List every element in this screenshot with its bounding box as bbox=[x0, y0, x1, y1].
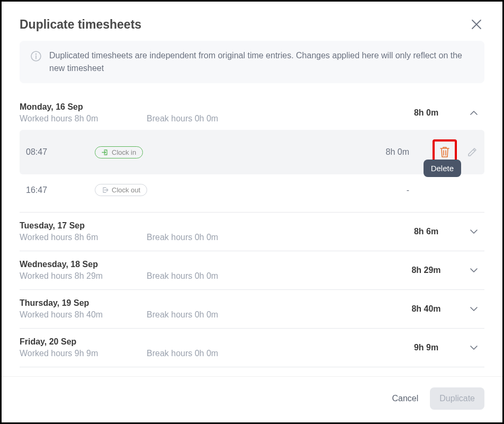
total-hours: 8h 40m bbox=[389, 304, 463, 314]
arrow-out-icon bbox=[102, 187, 109, 193]
entry-time: 08:47 bbox=[26, 147, 95, 157]
info-text: Duplicated timesheets are independent fr… bbox=[49, 49, 474, 75]
duplicate-button[interactable]: Duplicate bbox=[430, 387, 484, 410]
total-hours: 8h 0m bbox=[389, 108, 463, 118]
day-header-mon[interactable]: Monday, 16 Sep Worked hours 8h 0m Break … bbox=[20, 100, 484, 126]
day-date: Friday, 20 Sep bbox=[20, 337, 147, 347]
entry-duration: - bbox=[356, 186, 409, 195]
chevron-down-icon[interactable] bbox=[463, 304, 484, 314]
day-section-tue: Tuesday, 17 Sep Worked hours 8h 6m Break… bbox=[20, 213, 484, 251]
day-date: Wednesday, 18 Sep bbox=[20, 260, 147, 269]
chevron-down-icon[interactable] bbox=[463, 227, 484, 236]
worked-hours: Worked hours 8h 6m bbox=[20, 233, 147, 242]
close-icon bbox=[471, 19, 482, 30]
chevron-up-icon[interactable] bbox=[463, 108, 484, 118]
worked-hours: Worked hours 8h 29m bbox=[20, 271, 147, 281]
day-header-tue[interactable]: Tuesday, 17 Sep Worked hours 8h 6m Break… bbox=[20, 219, 484, 244]
clock-in-badge: Clock in bbox=[95, 146, 143, 158]
chevron-down-icon[interactable] bbox=[463, 266, 484, 275]
close-button[interactable] bbox=[469, 16, 484, 32]
entry-row-clock-out: 16:47 Clock out - bbox=[20, 174, 484, 206]
break-hours: Break hours 0h 0m bbox=[147, 271, 218, 281]
delete-tooltip: Delete bbox=[424, 160, 461, 177]
info-banner: Duplicated timesheets are independent fr… bbox=[20, 41, 484, 83]
modal-title: Duplicate timesheets bbox=[20, 17, 141, 32]
entry-time: 16:47 bbox=[26, 186, 95, 195]
edit-button[interactable] bbox=[466, 146, 478, 158]
trash-icon bbox=[439, 146, 451, 158]
worked-hours: Worked hours 9h 9m bbox=[20, 349, 147, 358]
chevron-down-icon[interactable] bbox=[463, 343, 484, 352]
day-section-fri: Friday, 20 Sep Worked hours 9h 9m Break … bbox=[20, 329, 484, 367]
total-hours: 8h 29m bbox=[389, 266, 463, 275]
break-hours: Break hours 0h 0m bbox=[147, 233, 218, 242]
day-header-fri[interactable]: Friday, 20 Sep Worked hours 9h 9m Break … bbox=[20, 335, 484, 360]
break-hours: Break hours 0h 0m bbox=[147, 349, 218, 358]
pencil-icon bbox=[466, 146, 478, 158]
arrow-in-icon bbox=[102, 149, 109, 156]
day-section-mon: Monday, 16 Sep Worked hours 8h 0m Break … bbox=[20, 94, 484, 213]
entry-duration: 8h 0m bbox=[356, 147, 409, 157]
day-date: Thursday, 19 Sep bbox=[20, 298, 147, 308]
day-header-thu[interactable]: Thursday, 19 Sep Worked hours 8h 40m Bre… bbox=[20, 296, 484, 322]
total-hours: 9h 9m bbox=[389, 343, 463, 352]
day-date: Tuesday, 17 Sep bbox=[20, 221, 147, 231]
day-section-thu: Thursday, 19 Sep Worked hours 8h 40m Bre… bbox=[20, 290, 484, 329]
clock-out-badge: Clock out bbox=[95, 184, 147, 196]
day-section-sat: Saturday, 21 Sep - bbox=[20, 367, 484, 376]
worked-hours: Worked hours 8h 40m bbox=[20, 310, 147, 320]
break-hours: Break hours 0h 0m bbox=[147, 114, 218, 123]
cancel-button[interactable]: Cancel bbox=[392, 394, 418, 403]
worked-hours: Worked hours 8h 0m bbox=[20, 114, 147, 123]
day-section-wed: Wednesday, 18 Sep Worked hours 8h 29m Br… bbox=[20, 251, 484, 290]
day-header-wed[interactable]: Wednesday, 18 Sep Worked hours 8h 29m Br… bbox=[20, 258, 484, 283]
svg-point-1 bbox=[35, 54, 37, 55]
break-hours: Break hours 0h 0m bbox=[147, 310, 218, 320]
info-icon bbox=[30, 50, 42, 62]
entry-row-clock-in: 08:47 Clock in 8h 0m bbox=[20, 130, 484, 174]
total-hours: 8h 6m bbox=[389, 227, 463, 236]
day-date: Monday, 16 Sep bbox=[20, 102, 147, 112]
